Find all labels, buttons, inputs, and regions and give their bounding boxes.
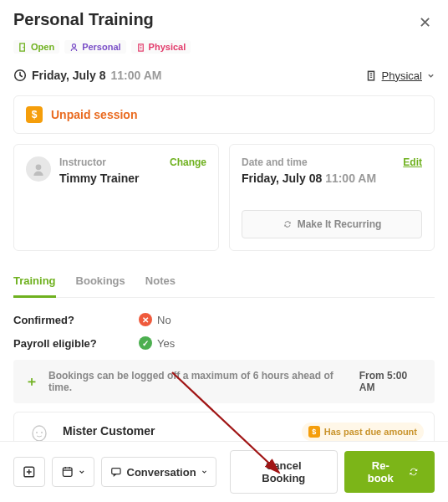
- svg-rect-18: [63, 468, 72, 476]
- location-mode-selector[interactable]: Physical: [365, 69, 435, 82]
- confirmed-row: Confirmed? ✕ No: [13, 313, 435, 326]
- calendar-icon: [61, 465, 74, 479]
- tag-open: Open: [13, 40, 59, 54]
- tab-notes[interactable]: Notes: [145, 274, 176, 297]
- tabs: Training Bookings Notes: [13, 274, 435, 298]
- page-title: Personal Training: [13, 10, 154, 29]
- location-mode-label: Physical: [382, 69, 422, 82]
- instructor-card: Instructor Change Timmy Trainer: [13, 144, 219, 251]
- datetime-time: 11:00 AM: [325, 172, 376, 185]
- plus-square-icon: [23, 465, 36, 479]
- chat-icon: [110, 465, 122, 479]
- footer-bar: Conversation Cancel Booking Re-book: [0, 441, 448, 502]
- unpaid-alert: $ Unpaid session: [13, 95, 435, 134]
- tag-row: Open Personal Physical: [13, 40, 435, 54]
- alert-text: Unpaid session: [51, 108, 137, 121]
- datetime-day: Friday, July 08: [242, 172, 322, 185]
- tag-label: Physical: [149, 42, 186, 52]
- tag-label: Personal: [82, 42, 120, 52]
- calendar-button[interactable]: [52, 457, 94, 487]
- avatar: [26, 156, 51, 182]
- close-icon[interactable]: ✕: [415, 10, 435, 35]
- svg-rect-22: [111, 469, 120, 474]
- door-icon: [18, 43, 28, 52]
- instructor-label: Instructor: [59, 156, 106, 168]
- tag-physical: Physical: [131, 40, 191, 54]
- chevron-down-icon: [201, 469, 207, 475]
- chevron-down-icon: [427, 72, 435, 79]
- tag-label: Open: [31, 42, 54, 52]
- chevron-down-icon: [79, 469, 85, 475]
- tab-bookings[interactable]: Bookings: [76, 274, 125, 297]
- payroll-row: Payroll eligible? ✓ Yes: [13, 336, 435, 350]
- tag-personal: Personal: [64, 40, 125, 54]
- payroll-value: Yes: [157, 337, 175, 350]
- log-notice-text: Bookings can be logged off a maximum of …: [48, 370, 349, 393]
- building-icon: [365, 69, 377, 81]
- clock-icon: [13, 69, 27, 82]
- svg-point-2: [73, 44, 76, 47]
- schedule-day: Friday, July 8: [32, 69, 105, 82]
- x-circle-icon: ✕: [139, 313, 152, 326]
- rebook-label: Re-book: [359, 459, 401, 484]
- svg-point-13: [33, 426, 46, 441]
- change-instructor-link[interactable]: Change: [170, 156, 206, 168]
- svg-point-15: [41, 432, 43, 433]
- schedule-time: 11:00 AM: [110, 69, 161, 82]
- log-notice-from: From 5:00 AM: [359, 370, 423, 393]
- cancel-booking-button[interactable]: Cancel Booking: [230, 450, 339, 494]
- dollar-icon: $: [308, 426, 320, 438]
- svg-point-12: [36, 164, 42, 170]
- rebook-button[interactable]: Re-book: [344, 451, 435, 493]
- tab-training[interactable]: Training: [13, 274, 56, 298]
- log-notice: ＋ Bookings can be logged off a maximum o…: [13, 360, 435, 403]
- svg-rect-8: [368, 71, 374, 80]
- svg-point-14: [36, 432, 38, 433]
- plus-icon[interactable]: ＋: [25, 373, 38, 391]
- conversation-label: Conversation: [127, 466, 196, 479]
- instructor-name: Timmy Trainer: [59, 172, 206, 185]
- building-icon: [136, 43, 145, 52]
- conversation-button[interactable]: Conversation: [101, 457, 216, 487]
- make-recurring-button[interactable]: Make It Recurring: [242, 210, 422, 238]
- check-circle-icon: ✓: [139, 336, 152, 350]
- past-due-label: Has past due amount: [324, 427, 417, 437]
- confirmed-label: Confirmed?: [13, 314, 139, 326]
- person-icon: [69, 43, 79, 52]
- confirmed-value: No: [157, 314, 171, 326]
- datetime-label: Date and time: [242, 156, 308, 168]
- svg-point-1: [23, 46, 23, 47]
- datetime-card: Date and time Edit Friday, July 08 11:00…: [229, 144, 435, 251]
- recurring-icon: [283, 219, 293, 229]
- payroll-label: Payroll eligible?: [13, 337, 139, 350]
- schedule-datetime: Friday, July 8 11:00 AM: [13, 69, 161, 82]
- dollar-icon: $: [26, 106, 43, 123]
- past-due-pill: $ Has past due amount: [302, 423, 424, 441]
- make-recurring-label: Make It Recurring: [298, 218, 382, 230]
- refresh-icon: [408, 466, 420, 478]
- edit-datetime-link[interactable]: Edit: [403, 156, 422, 168]
- add-button[interactable]: [13, 457, 45, 487]
